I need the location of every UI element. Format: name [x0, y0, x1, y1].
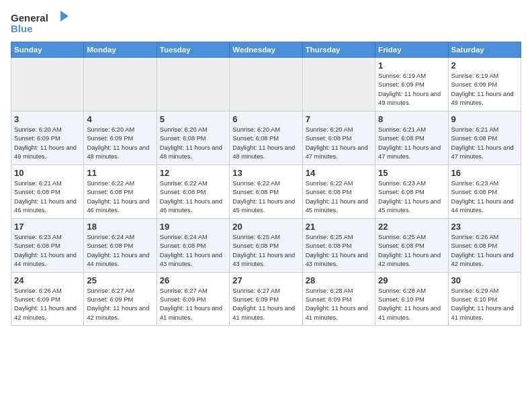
day-cell: 21Sunrise: 6:25 AM Sunset: 6:08 PM Dayli… [302, 218, 375, 272]
day-number: 23 [451, 222, 518, 232]
day-info: Sunrise: 6:25 AM Sunset: 6:08 PM Dayligh… [232, 233, 299, 269]
day-number: 29 [378, 275, 445, 285]
day-number: 14 [306, 168, 372, 178]
day-cell: 14Sunrise: 6:22 AM Sunset: 6:08 PM Dayli… [302, 165, 375, 218]
day-number: 27 [232, 275, 299, 285]
day-info: Sunrise: 6:19 AM Sunset: 6:09 PM Dayligh… [378, 72, 445, 108]
day-info: Sunrise: 6:21 AM Sunset: 6:08 PM Dayligh… [14, 179, 81, 216]
day-cell: 16Sunrise: 6:23 AM Sunset: 6:08 PM Dayli… [448, 165, 521, 218]
header: GeneralBlue [11, 11, 521, 35]
week-row-5: 24Sunrise: 6:26 AM Sunset: 6:09 PM Dayli… [11, 272, 521, 326]
day-info: Sunrise: 6:20 AM Sunset: 6:08 PM Dayligh… [160, 126, 226, 162]
day-number: 18 [87, 222, 153, 232]
day-number: 26 [160, 275, 226, 285]
day-info: Sunrise: 6:24 AM Sunset: 6:08 PM Dayligh… [87, 233, 153, 269]
day-info: Sunrise: 6:22 AM Sunset: 6:08 PM Dayligh… [87, 179, 153, 216]
day-cell: 25Sunrise: 6:27 AM Sunset: 6:09 PM Dayli… [84, 272, 157, 326]
day-cell: 22Sunrise: 6:25 AM Sunset: 6:08 PM Dayli… [375, 218, 448, 272]
col-header-saturday: Saturday [448, 42, 521, 58]
day-cell: 3Sunrise: 6:20 AM Sunset: 6:09 PM Daylig… [11, 111, 84, 165]
day-info: Sunrise: 6:27 AM Sunset: 6:09 PM Dayligh… [232, 287, 299, 323]
day-info: Sunrise: 6:23 AM Sunset: 6:08 PM Dayligh… [14, 233, 81, 269]
day-info: Sunrise: 6:29 AM Sunset: 6:10 PM Dayligh… [451, 287, 518, 323]
day-number: 12 [160, 168, 226, 178]
day-info: Sunrise: 6:27 AM Sunset: 6:09 PM Dayligh… [160, 287, 226, 323]
day-cell: 7Sunrise: 6:20 AM Sunset: 6:08 PM Daylig… [302, 111, 375, 165]
day-cell: 4Sunrise: 6:20 AM Sunset: 6:09 PM Daylig… [84, 111, 157, 165]
week-row-4: 17Sunrise: 6:23 AM Sunset: 6:08 PM Dayli… [11, 218, 521, 272]
day-info: Sunrise: 6:27 AM Sunset: 6:09 PM Dayligh… [87, 287, 153, 323]
day-info: Sunrise: 6:22 AM Sunset: 6:08 PM Dayligh… [306, 179, 372, 216]
day-cell: 18Sunrise: 6:24 AM Sunset: 6:08 PM Dayli… [84, 218, 157, 272]
day-cell: 28Sunrise: 6:28 AM Sunset: 6:09 PM Dayli… [302, 272, 375, 326]
day-number: 8 [378, 114, 445, 124]
calendar-table: SundayMondayTuesdayWednesdayThursdayFrid… [11, 42, 521, 326]
day-number: 25 [87, 275, 153, 285]
day-cell: 8Sunrise: 6:21 AM Sunset: 6:08 PM Daylig… [375, 111, 448, 165]
day-cell: 6Sunrise: 6:20 AM Sunset: 6:08 PM Daylig… [230, 111, 302, 165]
svg-text:General: General [11, 12, 48, 24]
day-info: Sunrise: 6:23 AM Sunset: 6:08 PM Dayligh… [378, 179, 445, 216]
day-info: Sunrise: 6:28 AM Sunset: 6:09 PM Dayligh… [306, 287, 372, 323]
day-cell: 24Sunrise: 6:26 AM Sunset: 6:09 PM Dayli… [11, 272, 84, 326]
day-number: 3 [14, 114, 81, 124]
col-header-thursday: Thursday [302, 42, 375, 58]
col-header-sunday: Sunday [11, 42, 84, 58]
day-info: Sunrise: 6:22 AM Sunset: 6:08 PM Dayligh… [160, 179, 226, 216]
day-cell: 20Sunrise: 6:25 AM Sunset: 6:08 PM Dayli… [230, 218, 302, 272]
day-cell: 13Sunrise: 6:22 AM Sunset: 6:08 PM Dayli… [230, 165, 302, 218]
day-cell: 1Sunrise: 6:19 AM Sunset: 6:09 PM Daylig… [375, 58, 448, 111]
day-number: 19 [160, 222, 226, 232]
day-info: Sunrise: 6:21 AM Sunset: 6:08 PM Dayligh… [378, 126, 445, 162]
col-header-monday: Monday [84, 42, 157, 58]
day-cell: 23Sunrise: 6:26 AM Sunset: 6:08 PM Dayli… [448, 218, 521, 272]
day-cell: 17Sunrise: 6:23 AM Sunset: 6:08 PM Dayli… [11, 218, 84, 272]
day-cell [230, 58, 302, 111]
day-cell: 11Sunrise: 6:22 AM Sunset: 6:08 PM Dayli… [84, 165, 157, 218]
day-number: 24 [14, 275, 81, 285]
svg-text:Blue: Blue [11, 23, 33, 34]
day-cell: 2Sunrise: 6:19 AM Sunset: 6:09 PM Daylig… [448, 58, 521, 111]
day-cell: 10Sunrise: 6:21 AM Sunset: 6:08 PM Dayli… [11, 165, 84, 218]
day-cell: 19Sunrise: 6:24 AM Sunset: 6:08 PM Dayli… [157, 218, 229, 272]
day-info: Sunrise: 6:26 AM Sunset: 6:09 PM Dayligh… [14, 287, 81, 323]
day-number: 13 [232, 168, 299, 178]
day-cell: 12Sunrise: 6:22 AM Sunset: 6:08 PM Dayli… [157, 165, 229, 218]
day-info: Sunrise: 6:20 AM Sunset: 6:08 PM Dayligh… [232, 126, 299, 162]
day-info: Sunrise: 6:20 AM Sunset: 6:08 PM Dayligh… [306, 126, 372, 162]
svg-marker-2 [60, 11, 69, 21]
week-row-1: 1Sunrise: 6:19 AM Sunset: 6:09 PM Daylig… [11, 58, 521, 111]
day-number: 1 [378, 60, 445, 71]
day-info: Sunrise: 6:21 AM Sunset: 6:08 PM Dayligh… [451, 126, 518, 162]
day-number: 4 [87, 114, 153, 124]
day-cell [84, 58, 157, 111]
week-row-2: 3Sunrise: 6:20 AM Sunset: 6:09 PM Daylig… [11, 111, 521, 165]
day-info: Sunrise: 6:22 AM Sunset: 6:08 PM Dayligh… [232, 179, 299, 216]
day-number: 22 [378, 222, 445, 232]
day-cell [157, 58, 229, 111]
day-cell: 30Sunrise: 6:29 AM Sunset: 6:10 PM Dayli… [448, 272, 521, 326]
day-cell: 5Sunrise: 6:20 AM Sunset: 6:08 PM Daylig… [157, 111, 229, 165]
day-cell: 29Sunrise: 6:28 AM Sunset: 6:10 PM Dayli… [375, 272, 448, 326]
day-cell: 9Sunrise: 6:21 AM Sunset: 6:08 PM Daylig… [448, 111, 521, 165]
week-row-3: 10Sunrise: 6:21 AM Sunset: 6:08 PM Dayli… [11, 165, 521, 218]
day-info: Sunrise: 6:24 AM Sunset: 6:08 PM Dayligh… [160, 233, 226, 269]
col-header-friday: Friday [375, 42, 448, 58]
day-number: 10 [14, 168, 81, 178]
day-info: Sunrise: 6:25 AM Sunset: 6:08 PM Dayligh… [378, 233, 445, 269]
logo-svg: GeneralBlue [11, 11, 71, 35]
day-number: 2 [451, 60, 518, 71]
day-number: 6 [232, 114, 299, 124]
day-number: 21 [306, 222, 372, 232]
day-number: 9 [451, 114, 518, 124]
day-number: 17 [14, 222, 81, 232]
day-info: Sunrise: 6:20 AM Sunset: 6:09 PM Dayligh… [87, 126, 153, 162]
day-number: 30 [451, 275, 518, 285]
day-cell [11, 58, 84, 111]
day-info: Sunrise: 6:23 AM Sunset: 6:08 PM Dayligh… [451, 179, 518, 216]
day-number: 16 [451, 168, 518, 178]
col-header-tuesday: Tuesday [157, 42, 229, 58]
day-info: Sunrise: 6:25 AM Sunset: 6:08 PM Dayligh… [306, 233, 372, 269]
logo: GeneralBlue [11, 11, 71, 35]
day-number: 15 [378, 168, 445, 178]
